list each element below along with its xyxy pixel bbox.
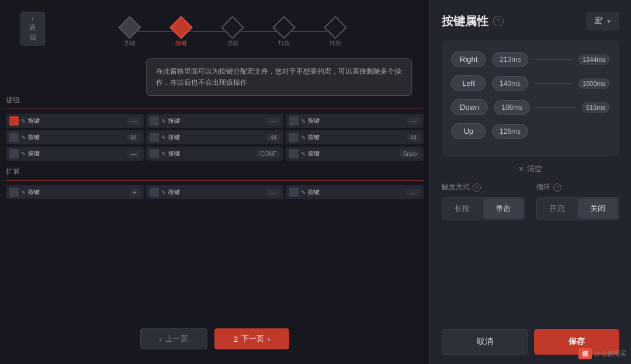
cancel-button[interactable]: 取消	[442, 329, 528, 355]
help-icon[interactable]: ?	[493, 16, 504, 26]
ext-divider	[6, 180, 424, 181]
key-sequence-row-right: Right 213ms 1244ms	[451, 51, 610, 67]
macro-select-dropdown[interactable]: 宏 ▼	[587, 12, 619, 30]
timeline-node-5[interactable]: 性能	[327, 19, 344, 36]
key-pill-up[interactable]: Up	[451, 123, 486, 139]
key-item[interactable]: ✎ 按键 44	[146, 130, 284, 144]
loop-on[interactable]: 开启	[537, 197, 577, 220]
key-item[interactable]: ✎ 按键 —	[6, 147, 144, 161]
key-icon	[289, 188, 299, 197]
diamond-5	[324, 16, 347, 39]
pencil-icon: ✎	[301, 134, 306, 141]
panel-header: 按键属性 ? 宏 ▼	[442, 12, 619, 30]
key-pill-down[interactable]: Down	[451, 99, 488, 115]
keys-divider	[6, 109, 424, 109]
diamond-1	[118, 16, 141, 39]
key-pill-right[interactable]: Right	[451, 51, 486, 67]
left-panel: ‹ 返回 基础 按键 功能	[0, 0, 429, 364]
loop-help-icon[interactable]: ?	[553, 183, 561, 192]
node-label-3: 功能	[227, 39, 238, 47]
timeline-line-2	[189, 31, 224, 32]
next-label: 下一页	[241, 334, 264, 344]
node-label-4: 灯效	[278, 39, 290, 47]
pencil-icon: ✎	[301, 118, 306, 124]
timeline-node-3[interactable]: 功能	[224, 19, 241, 36]
timeline: 基础 按键 功能 灯效 性能	[122, 19, 344, 36]
loop-off[interactable]: 关闭	[578, 199, 618, 219]
key-item[interactable]: ✎ 按键 —	[146, 114, 284, 128]
timeline-node-4[interactable]: 灯效	[276, 19, 292, 36]
key-item[interactable]: ✎ 按键 —	[286, 114, 424, 128]
timeline-node-1[interactable]: 基础	[122, 19, 138, 36]
watermark-text: 什么值得买	[594, 349, 626, 358]
watermark-badge: 值	[578, 348, 592, 359]
timeline-node-2[interactable]: 按键	[173, 19, 189, 36]
side-time-right: 1244ms	[578, 54, 610, 65]
ext-section-label: 扩展	[6, 167, 424, 176]
pencil-icon: ✎	[21, 134, 26, 141]
key-item[interactable]: ✎ 按键 —	[286, 185, 424, 199]
pencil-icon: ✎	[161, 189, 166, 196]
key-pill-left[interactable]: Left	[451, 75, 486, 91]
key-grid-ext: ✎ 按键 + ✎ 按键 — ✎ 按键 —	[6, 185, 424, 199]
pencil-icon: ✎	[21, 118, 26, 124]
timeline-area: 基础 按键 功能 灯效 性能	[0, 9, 429, 36]
trigger-help-icon[interactable]: ?	[473, 183, 481, 192]
trigger-group: 触发方式 ? 长按 单击	[442, 182, 525, 220]
key-item[interactable]: ✎ 按键 44	[286, 130, 424, 144]
key-item[interactable]: ✎ 按键 44	[6, 130, 144, 144]
key-icon	[9, 133, 19, 142]
dropdown-arrow-icon: ▼	[606, 18, 612, 25]
diamond-3	[221, 16, 244, 39]
key-item[interactable]: ✎ 按键 —	[146, 185, 284, 199]
key-icon	[150, 149, 159, 158]
key-sequence-row-down: Down 108ms 516ms	[451, 99, 610, 115]
page-number: 2	[234, 335, 238, 344]
timeline-line-3	[241, 31, 276, 32]
key-icon-red	[9, 116, 19, 126]
key-grid-row1: ✎ 按键 — ✎ 按键 — ✎ 按键 —	[6, 114, 424, 128]
key-icon	[9, 188, 19, 197]
clear-button[interactable]: × 清空	[519, 164, 542, 174]
panel-title-text: 按键属性	[442, 13, 488, 29]
node-label-1: 基础	[124, 39, 136, 47]
key-icon	[150, 188, 159, 197]
pencil-icon: ✎	[21, 189, 26, 196]
trigger-label: 触发方式 ?	[442, 182, 525, 192]
node-label-2: 按键	[175, 39, 187, 47]
key-item[interactable]: ✎ 按键 +	[6, 185, 144, 199]
key-item[interactable]: ✎ 按键 CONF	[146, 147, 284, 161]
next-page-button[interactable]: 2 下一页 ›	[214, 328, 290, 349]
loop-group: 循环 ? 开启 关闭	[536, 182, 619, 220]
prev-icon: ‹	[160, 335, 162, 344]
time-pill-left: 140ms	[492, 76, 528, 91]
key-icon	[150, 116, 159, 126]
back-button[interactable]: ‹ 返回	[20, 12, 45, 46]
keys-section-label: 键组	[6, 95, 424, 105]
loop-label: 循环 ?	[536, 182, 619, 192]
prev-page-button[interactable]: ‹ 上一页	[140, 328, 207, 349]
clear-x-icon: ×	[519, 164, 523, 174]
trigger-long-press[interactable]: 长按	[442, 197, 482, 220]
key-sequence-row-left: Left 140ms 1000ms	[451, 75, 610, 91]
clear-row: × 清空	[442, 164, 619, 174]
pencil-icon: ✎	[161, 134, 166, 141]
key-icon	[289, 133, 299, 142]
timeline-line-1	[138, 31, 173, 32]
key-item[interactable]: ✎ 按键 Snap	[286, 147, 424, 161]
key-grid-row2: ✎ 按键 44 ✎ 按键 44 ✎ 按键 44	[6, 130, 424, 144]
trigger-section: 触发方式 ? 长按 单击 循环 ? 开启 关闭	[442, 182, 619, 220]
loop-buttons: 开启 关闭	[536, 197, 619, 220]
right-panel: 按键属性 ? 宏 ▼ Right 213ms 1244ms Left 140ms	[429, 0, 631, 364]
next-icon: ›	[268, 335, 270, 344]
clear-label: 清空	[527, 164, 542, 174]
key-icon	[289, 116, 299, 126]
info-text: 在此窗格里面可以为按键分配宏文件，您对于不想要的宏，可以直接删除多个操作，在以后…	[156, 67, 401, 86]
trigger-buttons: 长按 单击	[442, 197, 525, 220]
key-sequence-box: Right 213ms 1244ms Left 140ms 1000ms Dow…	[442, 40, 619, 157]
timeline-line-4	[292, 31, 327, 32]
trigger-single-click[interactable]: 单击	[483, 199, 523, 219]
key-icon	[9, 149, 19, 158]
key-item[interactable]: ✎ 按键 —	[6, 114, 144, 128]
time-pill-right: 213ms	[492, 52, 528, 67]
